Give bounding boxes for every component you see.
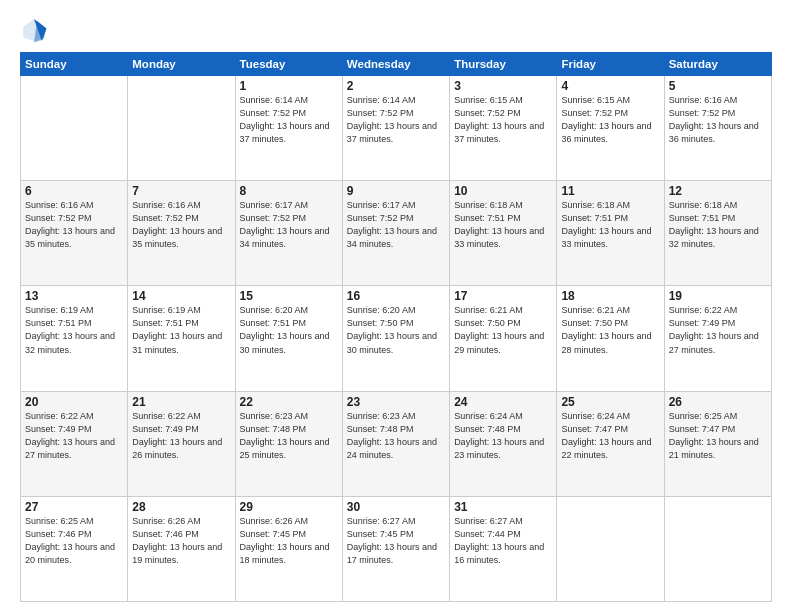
day-number: 25 <box>561 395 659 409</box>
day-cell: 2Sunrise: 6:14 AM Sunset: 7:52 PM Daylig… <box>342 76 449 181</box>
day-number: 29 <box>240 500 338 514</box>
day-cell: 5Sunrise: 6:16 AM Sunset: 7:52 PM Daylig… <box>664 76 771 181</box>
day-number: 12 <box>669 184 767 198</box>
day-cell <box>557 496 664 601</box>
logo-icon <box>20 16 48 44</box>
day-cell: 12Sunrise: 6:18 AM Sunset: 7:51 PM Dayli… <box>664 181 771 286</box>
day-info: Sunrise: 6:26 AM Sunset: 7:45 PM Dayligh… <box>240 515 338 567</box>
day-number: 4 <box>561 79 659 93</box>
day-info: Sunrise: 6:23 AM Sunset: 7:48 PM Dayligh… <box>240 410 338 462</box>
header <box>20 16 772 44</box>
day-cell: 10Sunrise: 6:18 AM Sunset: 7:51 PM Dayli… <box>450 181 557 286</box>
weekday-header-friday: Friday <box>557 53 664 76</box>
day-cell: 30Sunrise: 6:27 AM Sunset: 7:45 PM Dayli… <box>342 496 449 601</box>
day-info: Sunrise: 6:24 AM Sunset: 7:48 PM Dayligh… <box>454 410 552 462</box>
day-number: 14 <box>132 289 230 303</box>
day-info: Sunrise: 6:22 AM Sunset: 7:49 PM Dayligh… <box>669 304 767 356</box>
weekday-header-saturday: Saturday <box>664 53 771 76</box>
calendar: SundayMondayTuesdayWednesdayThursdayFrid… <box>20 52 772 602</box>
weekday-header-monday: Monday <box>128 53 235 76</box>
day-info: Sunrise: 6:27 AM Sunset: 7:45 PM Dayligh… <box>347 515 445 567</box>
day-cell: 13Sunrise: 6:19 AM Sunset: 7:51 PM Dayli… <box>21 286 128 391</box>
day-cell: 22Sunrise: 6:23 AM Sunset: 7:48 PM Dayli… <box>235 391 342 496</box>
day-number: 28 <box>132 500 230 514</box>
day-number: 17 <box>454 289 552 303</box>
day-cell: 1Sunrise: 6:14 AM Sunset: 7:52 PM Daylig… <box>235 76 342 181</box>
day-cell: 7Sunrise: 6:16 AM Sunset: 7:52 PM Daylig… <box>128 181 235 286</box>
weekday-header-row: SundayMondayTuesdayWednesdayThursdayFrid… <box>21 53 772 76</box>
day-number: 22 <box>240 395 338 409</box>
day-cell <box>21 76 128 181</box>
day-info: Sunrise: 6:24 AM Sunset: 7:47 PM Dayligh… <box>561 410 659 462</box>
day-cell: 26Sunrise: 6:25 AM Sunset: 7:47 PM Dayli… <box>664 391 771 496</box>
day-cell: 15Sunrise: 6:20 AM Sunset: 7:51 PM Dayli… <box>235 286 342 391</box>
day-number: 27 <box>25 500 123 514</box>
weekday-header-tuesday: Tuesday <box>235 53 342 76</box>
day-info: Sunrise: 6:22 AM Sunset: 7:49 PM Dayligh… <box>25 410 123 462</box>
day-number: 24 <box>454 395 552 409</box>
day-cell: 14Sunrise: 6:19 AM Sunset: 7:51 PM Dayli… <box>128 286 235 391</box>
week-row-5: 27Sunrise: 6:25 AM Sunset: 7:46 PM Dayli… <box>21 496 772 601</box>
day-info: Sunrise: 6:16 AM Sunset: 7:52 PM Dayligh… <box>132 199 230 251</box>
page: SundayMondayTuesdayWednesdayThursdayFrid… <box>0 0 792 612</box>
weekday-header-thursday: Thursday <box>450 53 557 76</box>
day-info: Sunrise: 6:26 AM Sunset: 7:46 PM Dayligh… <box>132 515 230 567</box>
day-cell: 31Sunrise: 6:27 AM Sunset: 7:44 PM Dayli… <box>450 496 557 601</box>
day-cell: 17Sunrise: 6:21 AM Sunset: 7:50 PM Dayli… <box>450 286 557 391</box>
weekday-header-wednesday: Wednesday <box>342 53 449 76</box>
day-number: 31 <box>454 500 552 514</box>
day-cell: 9Sunrise: 6:17 AM Sunset: 7:52 PM Daylig… <box>342 181 449 286</box>
day-number: 2 <box>347 79 445 93</box>
day-cell: 3Sunrise: 6:15 AM Sunset: 7:52 PM Daylig… <box>450 76 557 181</box>
day-cell: 23Sunrise: 6:23 AM Sunset: 7:48 PM Dayli… <box>342 391 449 496</box>
day-info: Sunrise: 6:15 AM Sunset: 7:52 PM Dayligh… <box>454 94 552 146</box>
day-cell: 25Sunrise: 6:24 AM Sunset: 7:47 PM Dayli… <box>557 391 664 496</box>
day-cell: 19Sunrise: 6:22 AM Sunset: 7:49 PM Dayli… <box>664 286 771 391</box>
day-number: 16 <box>347 289 445 303</box>
day-cell: 16Sunrise: 6:20 AM Sunset: 7:50 PM Dayli… <box>342 286 449 391</box>
day-cell: 20Sunrise: 6:22 AM Sunset: 7:49 PM Dayli… <box>21 391 128 496</box>
day-number: 20 <box>25 395 123 409</box>
day-info: Sunrise: 6:20 AM Sunset: 7:51 PM Dayligh… <box>240 304 338 356</box>
day-number: 6 <box>25 184 123 198</box>
day-number: 9 <box>347 184 445 198</box>
day-cell: 8Sunrise: 6:17 AM Sunset: 7:52 PM Daylig… <box>235 181 342 286</box>
week-row-2: 6Sunrise: 6:16 AM Sunset: 7:52 PM Daylig… <box>21 181 772 286</box>
weekday-header-sunday: Sunday <box>21 53 128 76</box>
day-number: 11 <box>561 184 659 198</box>
day-info: Sunrise: 6:21 AM Sunset: 7:50 PM Dayligh… <box>454 304 552 356</box>
day-info: Sunrise: 6:22 AM Sunset: 7:49 PM Dayligh… <box>132 410 230 462</box>
day-info: Sunrise: 6:18 AM Sunset: 7:51 PM Dayligh… <box>561 199 659 251</box>
day-cell: 28Sunrise: 6:26 AM Sunset: 7:46 PM Dayli… <box>128 496 235 601</box>
day-info: Sunrise: 6:20 AM Sunset: 7:50 PM Dayligh… <box>347 304 445 356</box>
week-row-1: 1Sunrise: 6:14 AM Sunset: 7:52 PM Daylig… <box>21 76 772 181</box>
day-info: Sunrise: 6:16 AM Sunset: 7:52 PM Dayligh… <box>25 199 123 251</box>
day-cell: 6Sunrise: 6:16 AM Sunset: 7:52 PM Daylig… <box>21 181 128 286</box>
day-number: 7 <box>132 184 230 198</box>
day-number: 23 <box>347 395 445 409</box>
day-info: Sunrise: 6:23 AM Sunset: 7:48 PM Dayligh… <box>347 410 445 462</box>
day-number: 5 <box>669 79 767 93</box>
day-info: Sunrise: 6:14 AM Sunset: 7:52 PM Dayligh… <box>347 94 445 146</box>
day-info: Sunrise: 6:14 AM Sunset: 7:52 PM Dayligh… <box>240 94 338 146</box>
day-info: Sunrise: 6:17 AM Sunset: 7:52 PM Dayligh… <box>347 199 445 251</box>
day-cell <box>128 76 235 181</box>
week-row-3: 13Sunrise: 6:19 AM Sunset: 7:51 PM Dayli… <box>21 286 772 391</box>
day-number: 1 <box>240 79 338 93</box>
day-info: Sunrise: 6:27 AM Sunset: 7:44 PM Dayligh… <box>454 515 552 567</box>
day-info: Sunrise: 6:18 AM Sunset: 7:51 PM Dayligh… <box>454 199 552 251</box>
week-row-4: 20Sunrise: 6:22 AM Sunset: 7:49 PM Dayli… <box>21 391 772 496</box>
day-info: Sunrise: 6:17 AM Sunset: 7:52 PM Dayligh… <box>240 199 338 251</box>
day-number: 13 <box>25 289 123 303</box>
day-number: 21 <box>132 395 230 409</box>
day-cell: 29Sunrise: 6:26 AM Sunset: 7:45 PM Dayli… <box>235 496 342 601</box>
day-cell: 24Sunrise: 6:24 AM Sunset: 7:48 PM Dayli… <box>450 391 557 496</box>
day-cell: 21Sunrise: 6:22 AM Sunset: 7:49 PM Dayli… <box>128 391 235 496</box>
day-number: 3 <box>454 79 552 93</box>
day-number: 15 <box>240 289 338 303</box>
day-info: Sunrise: 6:25 AM Sunset: 7:47 PM Dayligh… <box>669 410 767 462</box>
day-number: 26 <box>669 395 767 409</box>
day-info: Sunrise: 6:21 AM Sunset: 7:50 PM Dayligh… <box>561 304 659 356</box>
day-info: Sunrise: 6:15 AM Sunset: 7:52 PM Dayligh… <box>561 94 659 146</box>
day-number: 8 <box>240 184 338 198</box>
